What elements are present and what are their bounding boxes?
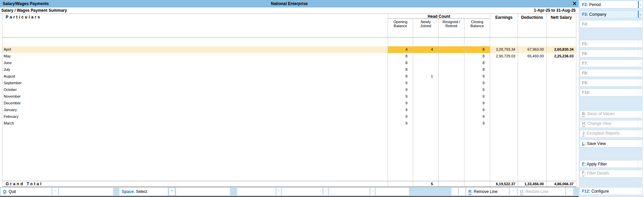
- cell-nett: [546, 93, 576, 100]
- chevron-left-icon[interactable]: ‹: [638, 140, 642, 147]
- sidebar-item-f6: F6:‹: [580, 50, 643, 57]
- chevron-left-icon[interactable]: ‹: [638, 111, 642, 118]
- column-header-earnings: Earnings: [490, 14, 518, 37]
- chevron-left-icon[interactable]: ‹: [638, 60, 642, 67]
- cell-earnings: [490, 87, 518, 93]
- cell-joined: 4: [413, 46, 438, 53]
- shortcut-key: J: [582, 131, 584, 137]
- bottombar-button-remove-line[interactable]: R: Remove Line: [466, 188, 509, 196]
- table-row[interactable]: November99: [2, 93, 576, 100]
- sidebar-groups: F2: Period‹F3: Company‹F4:‹F5:‹F6:‹F7:‹F…: [580, 1, 643, 180]
- chevron-left-icon[interactable]: ‹: [638, 170, 642, 177]
- grand-total-row: Grand Total 5 6,19,522.37 1,33,456.00 4,…: [2, 181, 576, 187]
- sidebar-item-f9: F9:‹: [580, 79, 643, 87]
- chevron-left-icon[interactable]: ‹: [638, 40, 642, 47]
- chevron-left-icon[interactable]: ‹: [638, 50, 642, 57]
- button-label: Save View: [587, 141, 606, 146]
- chevron-left-icon[interactable]: ‹: [638, 130, 642, 137]
- chevron-left-icon[interactable]: ‹: [638, 89, 642, 96]
- sidebar-item-f5: F5:‹: [580, 40, 643, 48]
- sidebar-item-apply-filter[interactable]: F: Apply Filter‹: [580, 160, 643, 168]
- cell-resigned: [438, 80, 464, 87]
- cell-month: April: [2, 46, 388, 53]
- column-header-nett-salary: Nett Salary: [546, 14, 576, 37]
- chevron-left-icon[interactable]: ‹: [638, 120, 642, 128]
- cell-joined: [413, 120, 438, 127]
- cell-earnings: 2,90,729.03: [490, 53, 518, 60]
- cell-deductions: [518, 87, 546, 93]
- report-period[interactable]: 1-Apr-25 to 31-Aug-25: [534, 8, 576, 13]
- table-row[interactable]: June88: [2, 60, 576, 66]
- bottombar-blank-button: [376, 188, 409, 196]
- bottombar-button-quit[interactable]: Q: Quit: [1, 188, 52, 196]
- cell-month: September: [2, 80, 388, 87]
- chevron-up-icon[interactable]: ^: [566, 188, 573, 196]
- cell-opening: [388, 127, 413, 181]
- salary-summary-table: Particulars Head Count OpeningBalance Ne…: [2, 14, 576, 187]
- table-row[interactable]: August819: [2, 73, 576, 80]
- cell-joined: [413, 66, 438, 73]
- bottombar-button-select[interactable]: Space: Select: [119, 188, 168, 196]
- column-header-deductions: Deductions: [518, 14, 546, 37]
- cell-earnings: [490, 120, 518, 127]
- sidebar-group-gap: [580, 149, 643, 160]
- chevron-up-icon[interactable]: ^: [370, 188, 375, 196]
- chevron-up-icon[interactable]: ^: [276, 188, 281, 196]
- cell-closing: 9: [464, 100, 490, 107]
- cell-month: November: [2, 93, 388, 100]
- column-header-resigned-retired: Resigned /Retired: [438, 19, 464, 37]
- cell-joined: [413, 107, 438, 113]
- sidebar-item-period[interactable]: F2: Period‹: [580, 1, 643, 8]
- chevron-left-icon[interactable]: ‹: [638, 160, 642, 167]
- chevron-left-icon[interactable]: ‹: [638, 188, 642, 195]
- close-icon[interactable]: ✕: [572, 0, 577, 7]
- cell-closing: 9: [464, 120, 490, 127]
- chevron-left-icon[interactable]: ‹: [638, 11, 642, 18]
- shortcut-key: B: [582, 111, 585, 117]
- cell-nett: [546, 38, 576, 46]
- table-row[interactable]: January99: [2, 107, 576, 113]
- cell-nett: [546, 100, 576, 107]
- table-row[interactable]: September99: [2, 80, 576, 87]
- sidebar-item-filter-details: F: Filter Details‹: [580, 170, 643, 178]
- column-header-newly-joined: NewlyJoined: [413, 19, 438, 37]
- cell-nett: [546, 73, 576, 80]
- button-label: Remove Line: [474, 189, 498, 194]
- button-label: Exception Reports: [587, 131, 620, 136]
- cell-nett: [546, 107, 576, 113]
- bottombar-blank-button: [237, 188, 276, 196]
- cell-deductions: 65,493.00: [518, 53, 546, 60]
- cell-earnings: 3,28,793.34: [490, 46, 518, 53]
- sidebar-item-company[interactable]: F3: Company‹: [580, 10, 643, 18]
- cell-earnings: [490, 113, 518, 120]
- sidebar-item-save-view[interactable]: L: Save View‹: [580, 140, 643, 147]
- report-subheader: Salary / Wages Payment Summary 1-Apr-25 …: [0, 7, 579, 14]
- table-row[interactable]: March99: [2, 120, 576, 127]
- chevron-left-icon[interactable]: ‹: [638, 69, 642, 77]
- cell-month: October: [2, 87, 388, 93]
- cell-month: May: [2, 53, 388, 60]
- table-row[interactable]: December99: [2, 100, 576, 107]
- sidebar-item-configure[interactable]: F12: Configure ‹: [580, 187, 643, 195]
- bottom-button-bar: Q: Quit^Space: Select^^^^R: Remove Line^…: [0, 187, 579, 197]
- button-label: Basis of Values: [587, 111, 615, 116]
- chevron-up-icon[interactable]: ^: [510, 188, 517, 196]
- cell-opening: 9: [388, 93, 413, 100]
- cell-joined: [413, 53, 438, 60]
- cell-opening: 9: [388, 120, 413, 127]
- table-row[interactable]: February99: [2, 113, 576, 120]
- chevron-left-icon[interactable]: ‹: [638, 79, 642, 86]
- chevron-left-icon[interactable]: ‹: [638, 1, 642, 8]
- cell-opening: 9: [388, 80, 413, 87]
- chevron-left-icon[interactable]: ‹: [638, 20, 642, 28]
- chevron-up-icon[interactable]: ^: [169, 188, 175, 196]
- table-row[interactable]: July88: [2, 66, 576, 73]
- table-row[interactable]: October99: [2, 87, 576, 93]
- bottombar-button-restore-line: U: Restore Line: [518, 188, 565, 196]
- table-row[interactable]: May882,90,729.0365,493.002,25,236.03: [2, 53, 576, 60]
- table-row[interactable]: April4483,28,793.3467,963.002,60,830.34: [2, 46, 576, 53]
- f12-key: F12: [582, 189, 589, 194]
- chevron-up-icon[interactable]: ^: [52, 188, 58, 196]
- shortcut-key: F4: [582, 22, 587, 27]
- chevron-up-icon[interactable]: ^: [323, 188, 328, 196]
